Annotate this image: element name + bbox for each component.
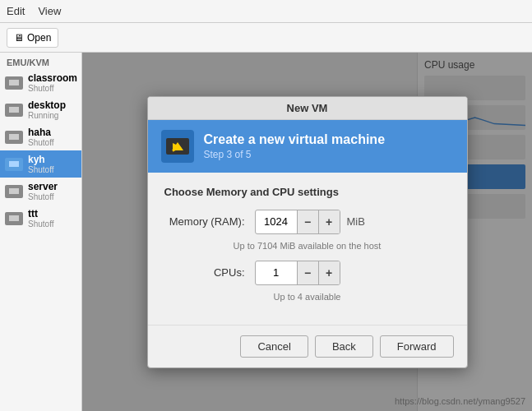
vm-icon-classroom bbox=[5, 76, 23, 90]
modal-dialog: New VM ▶ Create a new virtual machine St… bbox=[147, 96, 468, 368]
toolbar: 🖥 Open bbox=[0, 23, 532, 53]
forward-button[interactable]: Forward bbox=[380, 335, 454, 358]
wizard-title: Create a new virtual machine bbox=[204, 132, 386, 147]
open-button[interactable]: 🖥 Open bbox=[7, 28, 58, 48]
vm-status-ttt: Shutoff bbox=[28, 219, 54, 229]
cpus-label: CPUs: bbox=[164, 266, 255, 279]
cancel-button[interactable]: Cancel bbox=[240, 335, 308, 358]
cpus-spinbox: − + bbox=[255, 261, 340, 285]
content-area: CPU usage bbox=[82, 53, 532, 411]
vm-status-server: Shutoff bbox=[28, 192, 58, 201]
vm-status-desktop: Running bbox=[28, 111, 66, 120]
sidebar-item-server[interactable]: server Shutoff bbox=[0, 178, 81, 205]
back-button[interactable]: Back bbox=[315, 335, 373, 358]
sidebar: EMU/KVM classroom Shutoff desktop Runnin… bbox=[0, 53, 82, 411]
memory-label: Memory (RAM): bbox=[164, 215, 255, 228]
vm-icon-haha bbox=[5, 131, 23, 144]
vm-name-haha: haha bbox=[28, 127, 54, 138]
wizard-icon-inner: ▶ bbox=[166, 138, 189, 155]
memory-hint: Up to 7104 MiB available on the host bbox=[164, 241, 451, 251]
vm-name-server: server bbox=[28, 181, 58, 192]
memory-decrement-button[interactable]: − bbox=[297, 210, 318, 233]
vm-icon-ttt bbox=[5, 212, 23, 225]
menubar: Edit View bbox=[0, 0, 532, 23]
sidebar-item-kyh[interactable]: kyh Shutoff bbox=[0, 150, 81, 178]
modal-overlay: New VM ▶ Create a new virtual machine St… bbox=[82, 53, 532, 411]
vm-icon-desktop bbox=[5, 104, 23, 117]
modal-title: New VM bbox=[287, 102, 328, 114]
modal-footer: Cancel Back Forward bbox=[148, 325, 467, 367]
svg-rect-11 bbox=[9, 215, 19, 221]
cpus-increment-button[interactable]: + bbox=[318, 261, 340, 284]
vm-status-classroom: Shutoff bbox=[28, 84, 77, 93]
memory-row: Memory (RAM): − + MiB bbox=[164, 210, 451, 234]
memory-unit: MiB bbox=[347, 215, 365, 228]
cpus-row: CPUs: − + bbox=[164, 261, 451, 285]
vm-name-desktop: desktop bbox=[28, 99, 66, 111]
sidebar-item-ttt[interactable]: ttt Shutoff bbox=[0, 205, 81, 232]
play-icon: ▶ bbox=[173, 140, 182, 153]
cpus-input[interactable] bbox=[256, 263, 297, 282]
vm-name-ttt: ttt bbox=[28, 208, 54, 219]
vm-icon-server bbox=[5, 185, 23, 198]
memory-input[interactable] bbox=[256, 212, 297, 231]
modal-header-banner: ▶ Create a new virtual machine Step 3 of… bbox=[148, 120, 467, 173]
vm-name-kyh: kyh bbox=[28, 154, 54, 165]
vm-status-haha: Shutoff bbox=[28, 138, 54, 147]
menu-edit[interactable]: Edit bbox=[7, 5, 25, 17]
vm-name-classroom: classroom bbox=[28, 72, 77, 84]
section-title: Choose Memory and CPU settings bbox=[164, 186, 451, 198]
sidebar-item-classroom[interactable]: classroom Shutoff bbox=[0, 69, 81, 96]
modal-titlebar: New VM bbox=[148, 97, 467, 120]
modal-body: Choose Memory and CPU settings Memory (R… bbox=[148, 173, 467, 325]
wizard-step: Step 3 of 5 bbox=[204, 149, 386, 160]
sidebar-item-haha[interactable]: haha Shutoff bbox=[0, 123, 81, 150]
monitor-icon: 🖥 bbox=[14, 32, 24, 44]
menu-view[interactable]: View bbox=[38, 5, 61, 17]
svg-rect-5 bbox=[9, 134, 19, 140]
sidebar-item-desktop[interactable]: desktop Running bbox=[0, 96, 81, 123]
main-layout: EMU/KVM classroom Shutoff desktop Runnin… bbox=[0, 53, 532, 411]
svg-rect-7 bbox=[9, 161, 19, 167]
svg-rect-1 bbox=[9, 80, 19, 85]
wizard-icon: ▶ bbox=[161, 130, 194, 163]
vm-status-kyh: Shutoff bbox=[28, 165, 54, 174]
cpus-decrement-button[interactable]: − bbox=[297, 261, 318, 284]
memory-spinbox: − + bbox=[255, 210, 340, 234]
svg-rect-9 bbox=[9, 188, 19, 194]
svg-rect-3 bbox=[9, 107, 19, 113]
cpus-hint: Up to 4 available bbox=[164, 292, 451, 302]
sidebar-section: EMU/KVM bbox=[0, 53, 81, 69]
memory-increment-button[interactable]: + bbox=[318, 210, 340, 233]
vm-icon-kyh bbox=[5, 158, 23, 171]
